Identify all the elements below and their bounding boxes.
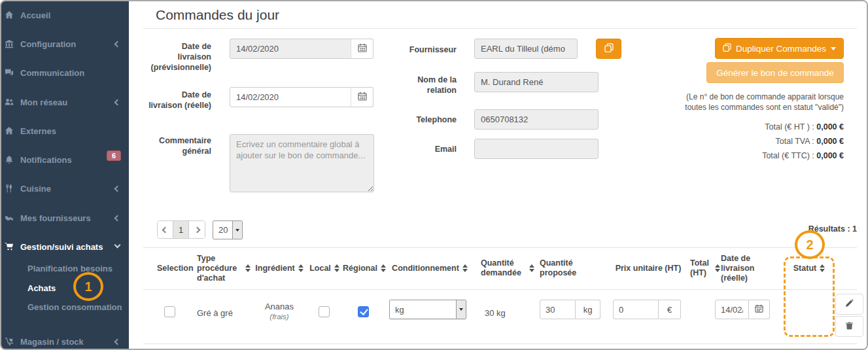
total-ht-value: 0,000 € — [816, 122, 844, 131]
qty-proposed-input[interactable] — [540, 300, 576, 319]
comments-icon — [5, 68, 14, 78]
column-header-selection: Selection — [157, 249, 198, 288]
column-header-procedure-type[interactable]: Type procédure d'achat — [197, 249, 251, 288]
qty-requested-cell: 30 kg — [485, 308, 506, 318]
sidebar-item-cuisine[interactable]: Cuisine — [1, 181, 129, 196]
column-header-qty-proposed: Quantité proposée — [540, 249, 592, 288]
total-tva-line: Total TVA : 0,000 € — [762, 134, 844, 149]
row-select-checkbox[interactable] — [164, 306, 175, 317]
sidebar-item-configuration[interactable]: Configuration — [1, 37, 129, 51]
row-calendar-button[interactable] — [749, 300, 770, 319]
date-actual-calendar-button[interactable] — [351, 87, 373, 107]
generate-purchase-order-button[interactable]: Générer le bon de commande — [706, 62, 844, 83]
duplicate-supplier-button[interactable] — [596, 39, 621, 59]
date-planned-calendar-button[interactable] — [351, 39, 373, 59]
sidebar-item-notifications[interactable]: Notifications 6 — [1, 152, 129, 167]
handshake-icon — [5, 213, 14, 223]
sort-icon — [381, 264, 386, 272]
sidebar-item-communication[interactable]: Communication — [1, 65, 129, 80]
cart-icon — [5, 242, 14, 252]
date-planned-input[interactable] — [230, 39, 351, 59]
caret-down-icon — [235, 229, 239, 232]
comment-label: Commentaire général — [148, 135, 211, 156]
annotation-step-1: 1 — [73, 272, 103, 301]
chevron-right-icon — [194, 226, 200, 233]
sidebar-item-externes[interactable]: Externes — [1, 124, 129, 138]
column-header-label: Selection — [157, 264, 194, 273]
chevron-left-icon — [162, 226, 169, 233]
pagination-prev-button[interactable] — [158, 221, 173, 238]
email-input[interactable] — [474, 139, 599, 159]
column-header-total-ht[interactable]: Total (HT) — [690, 249, 720, 288]
home-icon — [5, 10, 14, 20]
sidebar-item-mon-reseau[interactable]: Mon réseau — [1, 95, 129, 109]
pagination: 1 — [157, 220, 205, 239]
date-planned-label: Date de livraison (prévisionnelle) — [148, 41, 211, 73]
chevron-down-icon — [114, 242, 121, 249]
sidebar-item-mes-fournisseurs[interactable]: Mes fournisseurs — [1, 211, 129, 225]
column-header-qty-requested[interactable]: Quantité demandée — [481, 249, 534, 288]
regional-checkbox[interactable] — [358, 306, 369, 317]
sidebar-subitem-gestion-consommation[interactable]: Gestion consommation — [27, 302, 122, 312]
column-header-ingredient[interactable]: Ingrédient — [251, 249, 308, 288]
edit-row-button[interactable] — [835, 294, 863, 315]
generate-purchase-order-label: Générer le bon de commande — [716, 68, 833, 78]
sidebar-subitem-label: Planification besoins — [27, 264, 113, 273]
sidebar-item-label: Communication — [20, 68, 84, 78]
chevron-left-icon — [114, 41, 121, 47]
procedure-type-cell: Gré à gré — [197, 308, 233, 318]
page-size-value: 20 — [213, 221, 232, 239]
column-header-label: Local — [309, 264, 331, 273]
sidebar-subitem-achats[interactable]: Achats — [27, 283, 56, 293]
totals-block: Total (€ HT ) : 0,000 € Total TVA : 0,00… — [762, 120, 844, 163]
supplier-label: Fournisseur — [400, 44, 457, 55]
phone-input[interactable] — [474, 109, 599, 130]
column-header-label: Ingrédient — [255, 264, 294, 273]
pagination-next-button[interactable] — [189, 221, 205, 238]
ingredient-name: Ananas — [265, 302, 294, 311]
column-header-unit-price: Prix unitaire (HT) — [613, 249, 684, 288]
sidebar-item-gestion-suivi-achats[interactable]: Gestion/suivi achats — [1, 239, 129, 254]
select-arrow — [456, 300, 466, 319]
date-actual-input[interactable] — [230, 87, 351, 107]
copy-icon — [604, 43, 614, 54]
total-tva-label: Total TVA : — [776, 137, 817, 146]
column-header-label: Régional — [343, 264, 377, 273]
sort-icon — [334, 264, 339, 272]
column-header-label: Total (HT) — [690, 258, 712, 278]
column-header-regional[interactable]: Régional — [341, 249, 388, 288]
sidebar-subitem-label: Gestion consommation — [27, 302, 122, 312]
conditioning-value: kg — [390, 300, 456, 319]
chevron-left-icon — [114, 338, 121, 345]
pagination-current-page[interactable]: 1 — [173, 221, 189, 238]
unit-price-input[interactable] — [613, 300, 659, 319]
sidebar-item-label: Magasin / stock — [20, 337, 84, 347]
bank-icon — [5, 39, 14, 49]
date-actual-label: Date de livraison (réelle) — [148, 90, 211, 111]
column-header-conditioning[interactable]: Conditionnement — [388, 249, 472, 288]
page-size-select[interactable]: 20 — [213, 220, 243, 239]
sidebar-item-label: Gestion/suivi achats — [20, 242, 103, 252]
column-header-label: Conditionnement — [392, 264, 459, 273]
local-checkbox[interactable] — [319, 306, 330, 317]
column-header-label: Quantité proposée — [540, 258, 592, 278]
sidebar-item-label: Externes — [20, 126, 56, 136]
annotation-step-2: 2 — [795, 230, 825, 259]
comment-textarea[interactable] — [230, 134, 374, 192]
sidebar-item-accueil[interactable]: Accueil — [1, 8, 129, 22]
supplier-input[interactable] — [474, 39, 578, 59]
sidebar-subitem-planification-besoins[interactable]: Planification besoins — [27, 264, 113, 273]
calendar-icon — [755, 304, 763, 315]
note-line-1: (Le n° de bon de commande apparait lorsq… — [685, 92, 844, 102]
copy-icon — [723, 43, 731, 54]
column-header-local[interactable]: Local — [307, 249, 342, 288]
delete-row-button[interactable] — [835, 316, 863, 337]
conditioning-select[interactable]: kg — [389, 300, 466, 319]
sidebar-item-magasin-stock[interactable]: Magasin / stock — [1, 334, 129, 349]
calendar-icon — [358, 92, 367, 103]
row-delivery-date-input[interactable] — [715, 300, 749, 319]
column-header-label: Date de livraison (réelle) — [721, 254, 773, 283]
relation-name-input[interactable] — [474, 72, 599, 92]
annotation-status-highlight — [784, 256, 835, 337]
duplicate-orders-button[interactable]: Dupliquer Commandes — [715, 38, 844, 59]
